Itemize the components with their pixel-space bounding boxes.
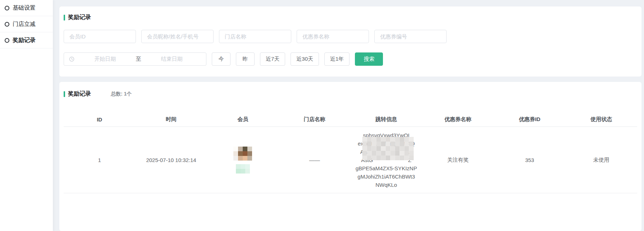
records-panel: 奖励记录 总数: 1个 ID 时间 会员 门店名称 跳转信息 优惠券名称 优惠券…	[59, 82, 641, 231]
member-avatar	[233, 147, 252, 161]
app-window: 基础设置 门店立减 奖励记录 奖励记录	[0, 0, 644, 231]
total-label: 总数:	[111, 91, 123, 97]
cell-store-name: ——	[279, 157, 350, 163]
records-table: ID 时间 会员 门店名称 跳转信息 优惠券名称 优惠券ID 使用状态 1 20…	[64, 112, 637, 193]
member-id-input[interactable]	[64, 30, 136, 43]
today-button[interactable]: 今	[212, 52, 230, 66]
header-coupon-id: 优惠券ID	[494, 116, 565, 123]
member-name-input[interactable]	[141, 30, 214, 43]
panel-title-text: 奖励记录	[68, 90, 91, 98]
jump-info-line: gMJohiZh1iAT6ChBWt3	[356, 172, 417, 181]
circle-icon	[5, 38, 9, 43]
header-use-status: 使用状态	[566, 116, 637, 123]
cell-id: 1	[64, 157, 135, 163]
store-name-input[interactable]	[219, 30, 291, 43]
cell-jump-info: sphsvqVxwd3YwOI export/UzEfAqtgckI5AQ AA…	[351, 131, 422, 189]
title-accent-bar	[64, 15, 65, 20]
sidebar-item-label: 奖励记录	[13, 37, 36, 44]
date-range-picker[interactable]: 开始日期 至 结束日期	[64, 52, 206, 66]
sidebar-item-label: 基础设置	[13, 4, 36, 12]
records-panel-title: 奖励记录 总数: 1个	[64, 91, 637, 97]
total-count: 总数: 1个	[111, 91, 132, 97]
date-separator: 至	[134, 56, 143, 63]
cell-member	[207, 144, 279, 176]
header-member: 会员	[207, 116, 279, 123]
last-7-days-button[interactable]: 近7天	[260, 52, 285, 66]
jump-info-line: gBPE5aM4ZX5-SYKIzNP	[356, 164, 417, 172]
search-button[interactable]: 搜索	[355, 52, 383, 66]
main-content: 奖励记录 开始日期 至 结束日期 今	[53, 0, 644, 231]
header-store-name: 门店名称	[279, 116, 350, 123]
cell-coupon-name: 关注有奖	[422, 157, 494, 163]
sidebar-item-label: 门店立减	[13, 20, 36, 28]
total-value: 1个	[124, 91, 132, 97]
jump-info-text: sphsvqVxwd3YwOI export/UzEfAqtgckI5AQ AA…	[356, 131, 417, 189]
title-accent-bar	[64, 91, 65, 97]
header-coupon-name: 优惠券名称	[422, 116, 494, 123]
clock-icon	[69, 56, 74, 62]
header-time: 时间	[135, 116, 207, 123]
table-header-row: ID 时间 会员 门店名称 跳转信息 优惠券名称 优惠券ID 使用状态	[64, 112, 637, 126]
sidebar: 基础设置 门店立减 奖励记录	[0, 0, 53, 231]
filter-panel: 奖励记录 开始日期 至 结束日期 今	[59, 6, 641, 77]
sidebar-item-basic-settings[interactable]: 基础设置	[0, 0, 53, 16]
member-nickname-censored	[236, 164, 250, 174]
circle-icon	[5, 22, 9, 27]
filter-inputs-row	[64, 30, 637, 43]
table-row: 1 2025-07-10 10:32:14 —— sphsvqVxwd3YwOI…	[64, 126, 637, 193]
sidebar-item-reward-records[interactable]: 奖励记录	[0, 32, 53, 48]
last-1-year-button[interactable]: 近1年	[324, 52, 350, 66]
jump-info-line: NWqKLo	[356, 181, 417, 189]
coupon-name-input[interactable]	[297, 30, 369, 43]
header-jump-info: 跳转信息	[351, 116, 422, 123]
sidebar-item-store-discount[interactable]: 门店立减	[0, 16, 53, 32]
yesterday-button[interactable]: 昨	[236, 52, 255, 66]
jump-info-censor-mosaic	[362, 137, 414, 160]
panel-title-text: 奖励记录	[68, 14, 91, 21]
start-date-placeholder[interactable]: 开始日期	[76, 56, 134, 63]
cell-coupon-id: 353	[494, 157, 565, 163]
end-date-placeholder[interactable]: 结束日期	[143, 56, 201, 63]
header-id: ID	[64, 116, 135, 123]
coupon-number-input[interactable]	[374, 30, 447, 43]
last-30-days-button[interactable]: 近30天	[291, 52, 319, 66]
cell-use-status: 未使用	[566, 157, 637, 163]
filter-date-row: 开始日期 至 结束日期 今 昨 近7天 近30天 近1年 搜索	[64, 52, 637, 66]
filter-panel-title: 奖励记录	[64, 14, 637, 20]
cell-time: 2025-07-10 10:32:14	[135, 157, 207, 163]
circle-icon	[5, 6, 9, 10]
